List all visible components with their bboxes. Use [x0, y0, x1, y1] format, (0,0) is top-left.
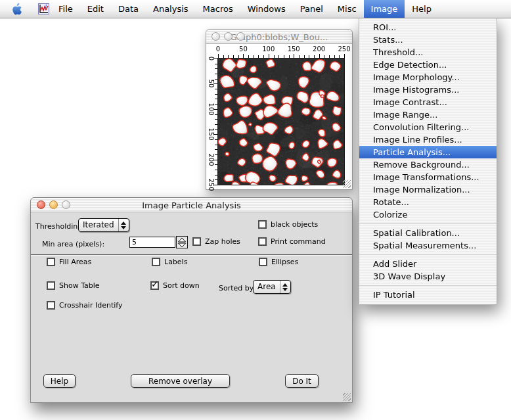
- top-axis-tick: [329, 55, 330, 58]
- labels-checkbox[interactable]: Labels: [152, 258, 187, 266]
- sort-down-checkbox[interactable]: Sort down: [150, 281, 200, 290]
- menu-item-particle-analysis[interactable]: Particle Analysis...: [359, 146, 497, 158]
- sorted-by-popup[interactable]: Area: [253, 280, 291, 294]
- menubar-item-file[interactable]: File: [51, 0, 80, 18]
- igor-app-menu-icon[interactable]: i: [37, 0, 50, 18]
- left-axis-tick: [215, 129, 217, 130]
- graph-window-titlebar[interactable]: Graph0:blobs;W_Bou...: [206, 30, 352, 44]
- checkbox-box-icon[interactable]: [150, 281, 159, 290]
- menu-item-colorize[interactable]: Colorize: [359, 208, 497, 221]
- menu-item-image-contrast[interactable]: Image Contrast...: [359, 96, 497, 108]
- top-axis-tick: [248, 55, 249, 58]
- left-axis-tick: [215, 114, 217, 115]
- checkbox-box-icon[interactable]: [258, 220, 267, 229]
- left-axis-tick: [215, 149, 217, 150]
- menu-item-image-line-profiles[interactable]: Image Line Profiles...: [359, 133, 497, 146]
- checkbox-box-icon[interactable]: [47, 281, 55, 290]
- stepper-arrows-icon: [177, 237, 187, 248]
- print-command-checkbox[interactable]: Print command: [258, 237, 326, 246]
- menu-item-spatial-calibration[interactable]: Spatial Calibration...: [359, 227, 497, 239]
- close-button[interactable]: [37, 200, 45, 209]
- left-axis-tick: [215, 124, 217, 125]
- menubar-item-data[interactable]: Data: [111, 0, 146, 18]
- menubar-item-panel[interactable]: Panel: [293, 0, 330, 18]
- menubar-item-help[interactable]: Help: [405, 0, 439, 18]
- zoom-button[interactable]: [62, 200, 70, 209]
- min-area-label: Min area (pixels):: [42, 240, 104, 248]
- menu-item-3d-wave-display[interactable]: 3D Wave Display: [359, 270, 497, 283]
- menu-item-add-slider[interactable]: Add Slider: [359, 258, 497, 270]
- top-axis-tick: [223, 55, 224, 58]
- menu-item-convolution-filtering[interactable]: Convolution Filtering...: [359, 121, 497, 133]
- menu-item-roi[interactable]: ROI...: [359, 21, 497, 34]
- crosshair-identify-checkbox[interactable]: Crosshair Identify: [47, 301, 122, 310]
- resize-handle[interactable]: [343, 180, 351, 188]
- top-axis-tick: [254, 55, 254, 58]
- checkbox-box-icon[interactable]: [259, 258, 267, 266]
- checkbox-box-icon[interactable]: [258, 237, 267, 246]
- top-axis-tick: [309, 55, 309, 58]
- menubar-item-edit[interactable]: Edit: [80, 0, 111, 18]
- zap-holes-checkbox[interactable]: Zap holes: [192, 237, 240, 246]
- checkbox-box-icon[interactable]: [47, 301, 55, 310]
- thresholding-value: Iterated: [79, 219, 118, 231]
- menu-item-stats[interactable]: Stats...: [359, 34, 497, 46]
- left-axis-tick: [215, 74, 217, 74]
- min-area-input[interactable]: [129, 237, 175, 248]
- thresholding-popup[interactable]: Iterated: [78, 218, 129, 232]
- menu-item-image-histograms[interactable]: Image Histograms...: [359, 83, 497, 96]
- resize-handle[interactable]: [343, 393, 351, 401]
- menubar-item-macros[interactable]: Macros: [196, 0, 240, 18]
- do-it-button[interactable]: Do It: [285, 374, 319, 388]
- menubar-item-misc[interactable]: Misc: [330, 0, 364, 18]
- menubar-item-analysis[interactable]: Analysis: [146, 0, 196, 18]
- menu-item-ip-tutorial[interactable]: IP Tutorial: [359, 289, 497, 301]
- apple-icon[interactable]: [9, 0, 24, 18]
- menubar-item-windows[interactable]: Windows: [240, 0, 293, 18]
- menu-item-threshold[interactable]: Threshold...: [359, 46, 497, 58]
- ellipses-checkbox[interactable]: Ellipses: [259, 258, 298, 266]
- print-command-label: Print command: [271, 237, 326, 246]
- top-axis-tick: [233, 55, 234, 58]
- menu-item-spatial-measurements[interactable]: Spatial Measurements...: [359, 239, 497, 252]
- blob-image: [217, 58, 345, 185]
- top-axis-tick: [289, 55, 290, 58]
- checkbox-box-icon[interactable]: [47, 258, 55, 266]
- checkbox-box-icon[interactable]: [192, 237, 201, 246]
- left-axis-label: 50: [208, 80, 215, 88]
- dialog-lights: [37, 200, 74, 209]
- top-axis-label: 150: [288, 45, 300, 53]
- menu-item-remove-background[interactable]: Remove Background...: [359, 158, 497, 171]
- black-objects-checkbox[interactable]: black objects: [258, 220, 318, 229]
- left-axis-tick: [215, 175, 217, 175]
- zoom-button[interactable]: [236, 32, 245, 41]
- menu-item-edge-detection[interactable]: Edge Detection...: [359, 58, 497, 71]
- left-axis-tick: [215, 104, 217, 105]
- sort-down-label: Sort down: [163, 281, 200, 290]
- checkbox-box-icon[interactable]: [152, 258, 160, 266]
- close-button[interactable]: [211, 32, 220, 41]
- left-axis-tick: [215, 79, 217, 80]
- left-axis-label: 200: [208, 153, 215, 166]
- top-axis-label: 200: [313, 45, 325, 53]
- menu-item-image-transformations[interactable]: Image Transformations...: [359, 171, 497, 183]
- fill-areas-checkbox[interactable]: Fill Areas: [47, 258, 91, 266]
- top-axis-tick: [228, 55, 229, 58]
- menu-item-rotate[interactable]: Rotate...: [359, 196, 497, 208]
- minimize-button[interactable]: [49, 200, 58, 209]
- menubar-item-image[interactable]: Image: [364, 0, 405, 18]
- menu-bar: i FileEditDataAnalysisMacrosWindowsPanel…: [0, 0, 511, 18]
- min-area-stepper[interactable]: [176, 236, 188, 248]
- menu-item-image-normalization[interactable]: Image Normalization...: [359, 183, 497, 196]
- menu-item-image-morphology[interactable]: Image Morphology...: [359, 71, 497, 83]
- top-axis-label: 0: [216, 45, 220, 53]
- dialog-titlebar[interactable]: Image Particle Analysis: [31, 198, 352, 212]
- top-axis-tick: [238, 55, 239, 58]
- top-axis-tick: [284, 55, 284, 58]
- menu-item-image-range[interactable]: Image Range...: [359, 108, 497, 121]
- show-table-checkbox[interactable]: Show Table: [47, 281, 100, 290]
- particle-analysis-dialog: Image Particle Analysis Thresholding: It…: [30, 197, 353, 403]
- help-button[interactable]: Help: [43, 374, 76, 388]
- minimize-button[interactable]: [224, 32, 233, 41]
- remove-overlay-button[interactable]: Remove overlay: [131, 374, 230, 388]
